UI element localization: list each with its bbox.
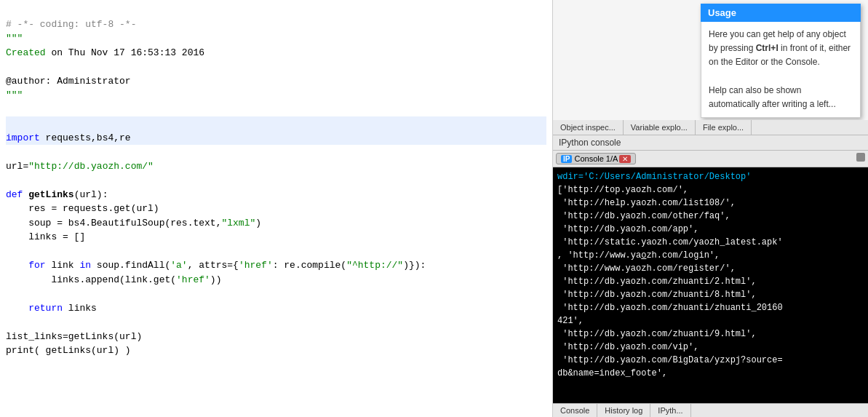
console-minimize-button[interactable]	[856, 153, 865, 162]
console-tab-label: Console 1/A	[574, 154, 618, 163]
console-close-button[interactable]: ✕	[619, 155, 631, 163]
usage-body: Here you can get help of any object by p…	[701, 22, 861, 118]
right-panel: Usage Here you can get help of any objec…	[553, 0, 868, 417]
usage-title: Usage	[701, 4, 861, 22]
tab-variable-explorer[interactable]: Variable explo...	[624, 120, 696, 135]
ip-logo: IP	[561, 155, 572, 163]
code-editor[interactable]: # -*- coding: utf-8 -*- """ Created on T…	[0, 0, 553, 417]
bottom-tab-ipython[interactable]: IPyth...	[650, 404, 690, 417]
usage-popup: Usage Here you can get help of any objec…	[701, 4, 861, 118]
console-output[interactable]: wdir='C:/Users/Administrator/Desktop' ['…	[553, 167, 868, 403]
ipython-console-header: IPython console	[553, 135, 868, 151]
code-content: # -*- coding: utf-8 -*- """ Created on T…	[0, 0, 552, 375]
bottom-tab-console[interactable]: Console	[553, 404, 597, 417]
inspector-tabs: Object inspec... Variable explo... File …	[553, 120, 868, 135]
bottom-tab-history[interactable]: History log	[597, 404, 650, 417]
bottom-tabs: Console History log IPyth...	[553, 403, 868, 417]
tab-file-explorer[interactable]: File explo...	[696, 120, 752, 135]
console-toolbar: IP Console 1/A ✕	[553, 151, 868, 167]
popup-wrapper: Usage Here you can get help of any objec…	[553, 0, 868, 120]
tab-object-inspector[interactable]: Object inspec...	[553, 120, 624, 135]
console-tab-button[interactable]: IP Console 1/A ✕	[556, 153, 636, 164]
